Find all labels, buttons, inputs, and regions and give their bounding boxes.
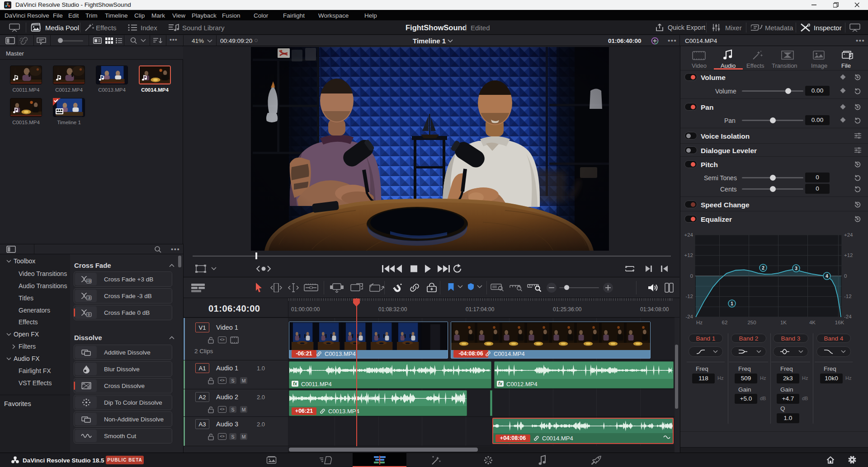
svg-text:3: 3 bbox=[795, 266, 797, 271]
svg-text:-3: -3 bbox=[87, 296, 90, 299]
svg-text:1: 1 bbox=[731, 301, 733, 306]
svg-text:2: 2 bbox=[762, 266, 764, 271]
svg-text:0: 0 bbox=[88, 313, 90, 316]
svg-text:4: 4 bbox=[826, 274, 828, 279]
svg-text:+3: +3 bbox=[87, 280, 91, 283]
